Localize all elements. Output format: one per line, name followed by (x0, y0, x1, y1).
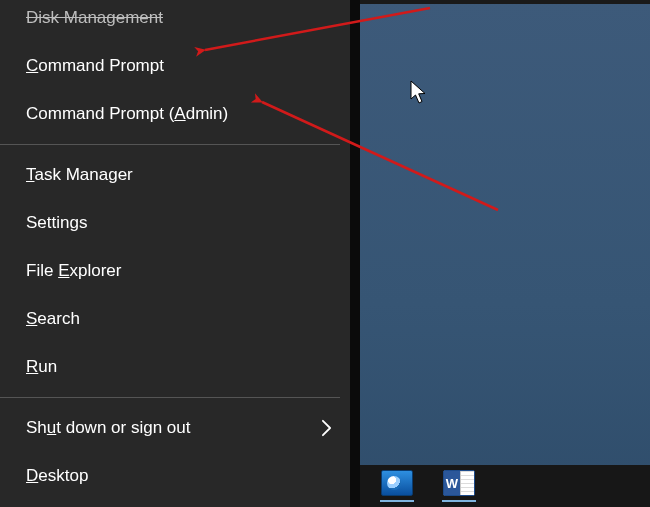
menu-item-shut-down-or-sign-out[interactable]: Shut down or sign out (0, 404, 350, 452)
winx-power-user-menu: Disk Management Command Prompt Command P… (0, 0, 350, 507)
menu-item-label: Settings (26, 213, 87, 232)
menu-item-label: Task Manager (26, 165, 133, 184)
menu-separator (0, 144, 340, 145)
menu-item-label: Desktop (26, 466, 88, 485)
menu-item-command-prompt-admin[interactable]: Command Prompt (Admin) (0, 90, 350, 138)
menu-item-desktop[interactable]: Desktop (0, 452, 350, 500)
menu-item-label: File Explorer (26, 261, 121, 280)
taskbar-app-word[interactable]: W (442, 470, 476, 502)
menu-item-label: Command Prompt (26, 56, 164, 75)
menu-item-label: Run (26, 357, 57, 376)
taskbar-active-underline (380, 500, 414, 502)
menu-item-disk-management[interactable]: Disk Management (0, 0, 350, 42)
window-border (350, 0, 360, 507)
menu-item-label: Shut down or sign out (26, 418, 190, 437)
menu-item-settings[interactable]: Settings (0, 199, 350, 247)
media-app-icon (381, 470, 413, 496)
menu-item-task-manager[interactable]: Task Manager (0, 151, 350, 199)
mouse-cursor-icon (410, 80, 428, 106)
menu-item-run[interactable]: Run (0, 343, 350, 391)
taskbar-active-underline (442, 500, 476, 502)
desktop-background[interactable] (360, 0, 650, 507)
window-border-top (360, 0, 650, 4)
taskbar: W (360, 465, 650, 507)
menu-item-label: Disk Management (26, 8, 163, 27)
menu-item-command-prompt[interactable]: Command Prompt (0, 42, 350, 90)
word-icon: W (443, 470, 475, 496)
menu-item-file-explorer[interactable]: File Explorer (0, 247, 350, 295)
menu-item-label: Command Prompt (Admin) (26, 104, 228, 123)
menu-separator (0, 397, 340, 398)
menu-item-label: Search (26, 309, 80, 328)
chevron-right-icon (321, 419, 332, 437)
taskbar-app-media[interactable] (380, 470, 414, 502)
menu-item-search[interactable]: Search (0, 295, 350, 343)
